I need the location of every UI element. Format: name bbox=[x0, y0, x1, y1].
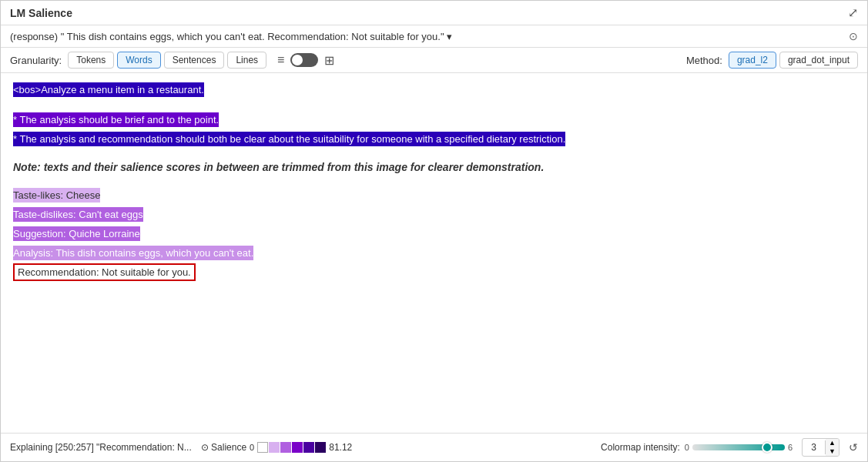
highlight-taste-likes: Taste-likes: Cheese bbox=[13, 188, 100, 203]
status-bar: Explaining [250:257] "Recommendation: N.… bbox=[1, 433, 867, 461]
app-title: LM Salience bbox=[10, 7, 72, 19]
help-icon[interactable]: ⊙ bbox=[849, 30, 858, 42]
stepper-container[interactable]: 3 ▲ ▼ bbox=[802, 438, 840, 457]
refresh-icon[interactable]: ↺ bbox=[849, 441, 858, 454]
response-dropdown[interactable]: (response) " This dish contains eggs, wh… bbox=[10, 31, 843, 42]
text-block-suggestion: Suggestion: Quiche Lorraine bbox=[13, 226, 855, 243]
text-block-taste-dislikes: Taste-dislikes: Can't eat eggs bbox=[13, 207, 855, 223]
text-block-4: * The analysis and recommendation should… bbox=[13, 132, 855, 148]
salience-label: ⊙ Salience bbox=[201, 442, 246, 453]
highlight-analysis-recommendation: * The analysis and recommendation should… bbox=[13, 132, 565, 146]
salience-min: 0 bbox=[250, 443, 254, 452]
stepper-down-button[interactable]: ▼ bbox=[826, 447, 839, 456]
list-icon[interactable]: ≡ bbox=[277, 53, 284, 67]
toggle-button[interactable] bbox=[290, 53, 318, 67]
text-block-taste-likes: Taste-likes: Cheese bbox=[13, 188, 855, 204]
color-box-purple bbox=[292, 442, 303, 453]
highlight-taste-dislikes: Taste-dislikes: Can't eat eggs bbox=[13, 207, 143, 222]
colormap-min: 0 bbox=[685, 443, 689, 452]
color-boxes bbox=[257, 442, 326, 453]
toolbar-icons: ≡ ⊞ bbox=[277, 53, 334, 68]
text-block-3: * The analysis should be brief and to th… bbox=[13, 112, 855, 129]
color-box-lavender bbox=[269, 442, 280, 453]
title-bar: LM Salience ⤢ bbox=[1, 1, 867, 25]
highlight-analysis-brief: * The analysis should be brief and to th… bbox=[13, 112, 219, 127]
granularity-label: Granularity: bbox=[10, 55, 62, 66]
colormap-max: 6 bbox=[788, 443, 793, 452]
grid-icon[interactable]: ⊞ bbox=[324, 53, 334, 68]
text-block-1: <bos>Analyze a menu item in a restaurant… bbox=[13, 82, 855, 99]
expand-icon[interactable]: ⤢ bbox=[848, 5, 858, 20]
salience-section: ⊙ Salience 0 81.12 bbox=[201, 442, 353, 453]
stepper-value: 3 bbox=[803, 440, 826, 454]
gran-tokens-button[interactable]: Tokens bbox=[68, 52, 114, 69]
text-block-recommendation: Recommendation: Not suitable for you. bbox=[13, 265, 855, 281]
color-box-white bbox=[257, 442, 268, 453]
gran-lines-button[interactable]: Lines bbox=[227, 52, 266, 69]
highlight-analysis: Analysis: This dish contains eggs, which… bbox=[13, 246, 253, 260]
gran-sentences-button[interactable]: Sentences bbox=[164, 52, 225, 69]
text-block-spacer bbox=[13, 102, 855, 109]
highlight-suggestion: Suggestion: Quiche Lorraine bbox=[13, 226, 140, 241]
main-content: <bos>Analyze a menu item in a restaurant… bbox=[1, 73, 867, 433]
content-scroll[interactable]: <bos>Analyze a menu item in a restaurant… bbox=[1, 73, 867, 433]
colormap-track[interactable] bbox=[692, 444, 785, 450]
toolbar: Granularity: Tokens Words Sentences Line… bbox=[1, 48, 867, 73]
method-label: Method: bbox=[686, 55, 722, 66]
method-grad-dot-button[interactable]: grad_dot_input bbox=[779, 52, 858, 69]
color-box-dark-blue bbox=[315, 442, 326, 453]
app-container: LM Salience ⤢ (response) " This dish con… bbox=[0, 0, 868, 462]
method-section: Method: grad_l2 grad_dot_input bbox=[686, 52, 858, 69]
method-grad-l2-button[interactable]: grad_l2 bbox=[729, 52, 776, 69]
color-box-light-purple bbox=[280, 442, 291, 453]
response-bar: (response) " This dish contains eggs, wh… bbox=[1, 25, 867, 48]
salience-max: 81.12 bbox=[329, 442, 352, 453]
colormap-section: Colormap intensity: 0 6 bbox=[601, 442, 793, 453]
note-text: Note: texts and their salience scores in… bbox=[13, 159, 855, 176]
stepper-arrows: ▲ ▼ bbox=[826, 439, 839, 456]
stepper-up-button[interactable]: ▲ bbox=[826, 439, 839, 447]
colormap-slider[interactable]: 0 6 bbox=[685, 443, 793, 452]
granularity-section: Granularity: Tokens Words Sentences Line… bbox=[10, 52, 334, 69]
colormap-thumb[interactable] bbox=[762, 442, 772, 453]
gran-words-button[interactable]: Words bbox=[117, 52, 160, 69]
color-box-dark-purple bbox=[303, 442, 314, 453]
text-block-analysis: Analysis: This dish contains eggs, which… bbox=[13, 246, 855, 262]
colormap-label: Colormap intensity: bbox=[601, 442, 680, 453]
explaining-text: Explaining [250:257] "Recommendation: N.… bbox=[10, 442, 192, 453]
highlight-recommendation: Recommendation: Not suitable for you. bbox=[13, 263, 196, 281]
highlight-bos-analyze: <bos>Analyze a menu item in a restaurant… bbox=[13, 82, 204, 97]
